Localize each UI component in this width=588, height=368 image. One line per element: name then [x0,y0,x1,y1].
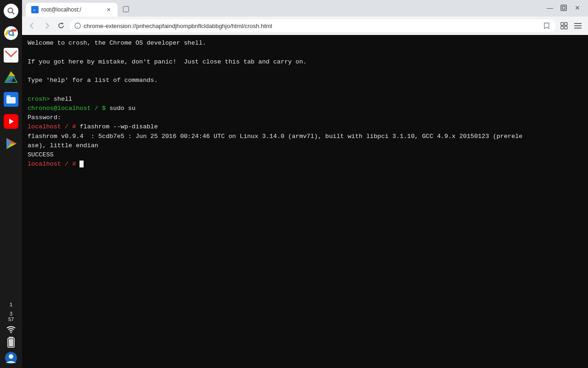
bookmark-button[interactable] [542,21,551,30]
youtube-icon [7,118,15,125]
terminal-line-2 [28,48,582,57]
maximize-icon [560,5,567,11]
chrome-icon [4,26,18,40]
taskbar-time[interactable]: 3 57 [0,309,22,324]
terminal-line-4 [28,67,582,76]
window-controls: — ✕ [543,1,584,17]
taskbar-gmail[interactable] [0,44,22,66]
svg-rect-27 [561,5,566,11]
nav-extras [558,19,584,32]
terminal-line-root-prompt: localhost / # flashrom --wp-disable [28,122,582,132]
crosh-favicon-icon: > [32,7,38,12]
taskbar-battery[interactable] [0,335,22,350]
drive-icon [5,71,17,83]
taskbar: 1 3 57 [0,0,22,368]
terminal-line-5: Type 'help' for a list of commands. [28,76,582,85]
terminal-line-crosh-prompt: crosh> shell [28,95,582,104]
taskbar-files[interactable] [0,88,22,110]
taskbar-wifi[interactable] [0,324,22,335]
taskbar-desk-number[interactable]: 1 [0,300,22,309]
nav-bar: i chrome-extension://pnhechapfaindjhompb… [22,17,588,35]
taskbar-user[interactable] [0,350,22,366]
extensions-button[interactable] [558,19,571,32]
back-icon [28,22,36,29]
forward-button[interactable] [40,19,53,32]
svg-rect-11 [6,97,16,104]
prompt-crosh: crosh> [28,96,50,103]
address-icons [542,21,551,30]
svg-rect-33 [561,26,564,29]
svg-rect-26 [123,6,129,12]
taskbar-launcher[interactable] [0,0,22,22]
terminal-line-flashrom-cont: ase), little endian [28,141,582,150]
svg-line-1 [12,12,15,15]
terminal-line-flashrom-output: flashrom v0.9.4 : 5cdb7e5 : Jun 25 2016 … [28,132,582,141]
svg-point-0 [8,8,13,13]
prompt-chronos: chronos@localhost / $ [28,105,106,112]
maximize-button[interactable] [557,1,571,15]
svg-point-5 [10,32,12,34]
svg-point-18 [11,332,12,334]
files-icon [6,95,16,104]
taskbar-status-area: 1 3 57 [0,300,22,368]
taskbar-chrome[interactable] [0,22,22,44]
svg-rect-21 [9,339,13,346]
wifi-icon [6,326,16,333]
reload-icon [58,22,65,29]
svg-rect-31 [561,23,564,25]
terminal-line-final-prompt: localhost / # [28,160,582,169]
terminal-line-1: Welcome to crosh, the Chrome OS develope… [28,39,582,48]
minimize-button[interactable]: — [543,1,557,15]
taskbar-drive[interactable] [0,66,22,88]
tab-title: root@localhost:/ [41,6,103,13]
forward-icon [43,22,51,29]
user-avatar-icon [5,351,17,364]
extensions-icon [560,22,568,30]
terminal-line-6 [28,85,582,94]
tab-favicon: > [31,6,39,13]
svg-rect-34 [565,26,567,29]
title-bar: > root@localhost:/ ✕ — ✕ [22,0,588,17]
browser-window: > root@localhost:/ ✕ — ✕ [22,0,588,368]
new-tab-icon [122,6,130,13]
terminal-cursor [79,161,84,167]
address-bar[interactable]: i chrome-extension://pnhechapfaindjhompb… [70,19,556,32]
close-button[interactable]: ✕ [571,1,584,15]
bookmark-icon [543,23,550,29]
taskbar-youtube[interactable] [0,110,22,132]
battery-icon [7,337,15,348]
address-text: chrome-extension://pnhechapfaindjhompbnf… [84,23,539,29]
search-icon [7,7,15,15]
terminal-line-3: If you got here by mistake, don't panic!… [28,58,582,67]
taskbar-play[interactable] [0,132,22,155]
terminal-area[interactable]: Welcome to crosh, the Chrome OS develope… [22,35,588,368]
svg-text:>: > [33,8,36,12]
svg-marker-13 [9,119,14,124]
svg-rect-12 [6,95,11,98]
terminal-line-password: Password: [28,113,582,122]
chrome-menu-button[interactable] [571,19,584,32]
chrome-menu-icon [574,23,582,29]
terminal-line-chronos-prompt: chronos@localhost / $ sudo su [28,104,582,113]
browser-tab[interactable]: > root@localhost:/ ✕ [26,3,118,17]
gmail-icon [5,51,17,60]
prompt-root-1: localhost / # [28,123,76,130]
terminal-line-success: SUCCESS [28,150,582,160]
play-store-icon [5,137,17,150]
back-button[interactable] [26,19,39,32]
secure-info-icon: i [74,23,81,29]
tab-close-button[interactable]: ✕ [105,6,112,13]
new-tab-button[interactable] [119,3,132,16]
svg-point-23 [9,354,13,359]
svg-rect-28 [562,6,565,9]
prompt-root-2: localhost / # [28,161,76,167]
reload-button[interactable] [55,19,68,32]
svg-text:i: i [77,24,78,29]
svg-rect-32 [565,23,567,25]
